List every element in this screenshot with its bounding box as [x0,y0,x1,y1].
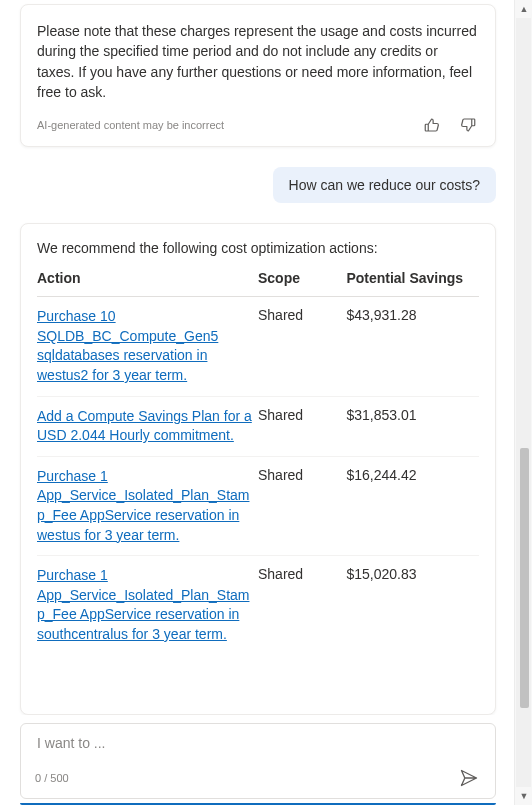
recommendations-card: We recommend the following cost optimiza… [20,223,496,715]
recommendation-scope: Shared [258,297,346,396]
col-header-scope: Scope [258,270,346,297]
recommendation-action-link[interactable]: Add a Compute Savings Plan for a USD 2.0… [37,408,252,444]
col-header-action: Action [37,270,258,297]
table-row: Purchase 1 App_Service_Isolated_Plan_Sta… [37,456,479,555]
table-row: Purchase 10 SQLDB_BC_Compute_Gen5 sqldat… [37,297,479,396]
scroll-down-arrow-icon[interactable]: ▼ [515,787,532,805]
ai-disclaimer: AI-generated content may be incorrect [37,119,224,131]
recommendation-savings: $43,931.28 [346,297,479,396]
scrollbar-track[interactable] [516,18,531,787]
recommendation-scope: Shared [258,456,346,555]
recommendation-savings: $31,853.01 [346,396,479,456]
send-icon [459,768,479,788]
table-row: Add a Compute Savings Plan for a USD 2.0… [37,396,479,456]
recommendation-scope: Shared [258,556,346,655]
chat-scroll-area[interactable]: Please note that these charges represent… [16,0,500,715]
table-row: Purchase 1 App_Service_Isolated_Plan_Sta… [37,556,479,655]
recommendation-action-link[interactable]: Purchase 10 SQLDB_BC_Compute_Gen5 sqldat… [37,308,218,383]
recommendation-action-link[interactable]: Purchase 1 App_Service_Isolated_Plan_Sta… [37,468,249,543]
recommendations-table: Action Scope Potential Savings Purchase … [37,270,479,654]
recommendation-savings: $15,020.83 [346,556,479,655]
recommendation-action-link[interactable]: Purchase 1 App_Service_Isolated_Plan_Sta… [37,567,249,642]
recommendation-savings: $16,244.42 [346,456,479,555]
thumbs-up-icon [423,116,441,134]
send-button[interactable] [457,766,481,790]
assistant-note-text: Please note that these charges represent… [37,21,479,102]
col-header-savings: Potential Savings [346,270,479,297]
scroll-up-arrow-icon[interactable]: ▲ [515,0,532,18]
user-message-bubble: How can we reduce our costs? [273,167,496,203]
scrollbar-thumb[interactable] [520,448,529,708]
thumbs-down-icon [459,116,477,134]
vertical-scrollbar[interactable]: ▲ ▼ [514,0,532,805]
char-count: 0 / 500 [35,772,69,784]
assistant-message-card: Please note that these charges represent… [20,4,496,147]
message-input-bar: 0 / 500 [20,723,496,799]
recommendations-intro: We recommend the following cost optimiza… [37,240,479,256]
thumbs-down-button[interactable] [457,114,479,136]
thumbs-up-button[interactable] [421,114,443,136]
recommendation-scope: Shared [258,396,346,456]
message-input[interactable] [35,734,481,752]
